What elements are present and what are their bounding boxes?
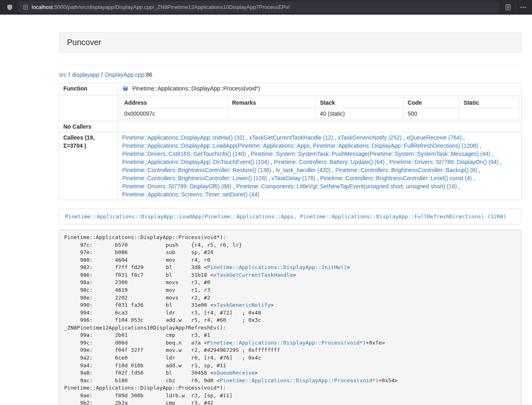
callees-row: Callees (19, Σ=3704 ) Pinetime::Applicat… <box>59 132 521 200</box>
column-header-code: Code <box>403 97 459 108</box>
callee-link[interactable]: Pinetime::Drivers::St7789::DisplayOn() (… <box>389 159 498 165</box>
callees-label: Callees (19, Σ=3704 ) <box>59 132 118 200</box>
callee-link[interactable]: Pinetime::Controllers::BrightnessControl… <box>122 167 271 173</box>
disasm-symbol-link[interactable]: Pinetime::Applications::DisplayApp::Init… <box>207 264 347 270</box>
no-callers-cell <box>118 121 521 132</box>
callee-link[interactable]: Pinetime::Applications::DisplayApp::OnTo… <box>122 159 269 165</box>
method-icon <box>122 85 129 94</box>
selected-symbol-link[interactable]: Pinetime::Applications::DisplayApp::Load… <box>65 213 506 220</box>
callee-separator: , <box>402 134 407 141</box>
callee-link[interactable]: Pinetime::Applications::DisplayApp::Load… <box>122 142 478 149</box>
page-info-icon[interactable] <box>23 4 28 10</box>
breadcrumb-link[interactable]: src <box>59 71 67 78</box>
disasm-symbol-link[interactable]: Pinetime::Applications::DisplayApp::Proc… <box>220 377 379 383</box>
disasm-symbol-link[interactable]: xQueueReceive <box>213 370 255 376</box>
section-divider <box>59 65 521 65</box>
url-text: localhost:5000/path/src/displayapp/Displ… <box>32 4 290 10</box>
callee-separator: , <box>490 151 493 157</box>
url-path: :5000/path/src/displayapp/DisplayApp.cpp… <box>53 4 290 10</box>
breadcrumb-separator: / <box>101 71 103 78</box>
callee-separator: , <box>385 159 390 165</box>
function-table: Function Pinetime::Applications::Display… <box>59 83 521 200</box>
column-header-address: Address <box>120 97 228 108</box>
callee-link[interactable]: vTaskDelay (176) <box>271 175 315 181</box>
callee-separator: , <box>472 175 475 181</box>
callee-link[interactable]: xTaskGetCurrentTaskHandle (12) <box>249 134 333 141</box>
metrics-row: Address Remarks Stack Code Static 0x0000… <box>59 95 521 121</box>
callee-separator: , <box>267 175 271 181</box>
disasm-symbol-link[interactable]: xTaskGetCurrentTaskHandle <box>213 272 293 278</box>
remarks-value <box>228 108 315 119</box>
metrics-cell: Address Remarks Stack Code Static 0x0000… <box>118 95 521 121</box>
breadcrumb-line-number: :86 <box>144 71 152 78</box>
selected-symbol-panel: Pinetime::Applications::DisplayApp::Load… <box>59 209 521 224</box>
callee-separator: , <box>315 175 320 181</box>
callee-link[interactable]: Pinetime::Controllers::BrightnessControl… <box>320 175 472 181</box>
metrics-table: Address Remarks Stack Code Static 0x0000… <box>120 97 519 119</box>
function-row: Function Pinetime::Applications::Display… <box>59 83 521 95</box>
callee-link[interactable]: lv_task_handler (420) <box>276 167 331 173</box>
callee-link[interactable]: Pinetime::System::SystemTask::PushMessag… <box>251 151 491 157</box>
callee-separator: , <box>461 134 465 141</box>
callee-link[interactable]: Pinetime::Drivers::Cst816S::GetTouchInfo… <box>122 151 246 157</box>
breadcrumb-link[interactable]: displayapp <box>72 71 99 78</box>
toolbar-divider <box>515 4 516 11</box>
callee-link[interactable]: xTaskGenericNotify (252) <box>338 134 401 141</box>
url-host: localhost <box>32 4 53 10</box>
url-bar[interactable]: localhost:5000/path/src/displayapp/Displ… <box>19 2 499 13</box>
callee-link[interactable]: xQueueReceive (764) <box>406 134 461 141</box>
column-header-stack: Stack <box>316 97 403 108</box>
disasm-symbol-link[interactable]: Pinetime::Applications::DisplayApp::Proc… <box>207 340 366 346</box>
address-value: 0x0000097c <box>120 108 228 119</box>
callees-list: Pinetime::Applications::DisplayApp::Init… <box>118 132 521 200</box>
callee-separator: , <box>246 151 251 157</box>
metrics-value-row: 0x0000097c 40 (static) 500 <box>120 108 519 119</box>
callee-link[interactable]: Pinetime::Controllers::BrightnessControl… <box>122 175 267 181</box>
page-title: Puncover <box>67 38 101 47</box>
code-value: 500 <box>403 108 459 119</box>
callee-link[interactable]: Pinetime::Controllers::Battery::Update()… <box>274 159 385 165</box>
shield-icon[interactable] <box>6 4 13 11</box>
page-content: Puncover src/displayapp/DisplayApp.cpp:8… <box>0 15 532 405</box>
callee-link[interactable]: Pinetime::Applications::Screens::Timer::… <box>122 191 259 198</box>
static-value <box>459 108 519 119</box>
more-menu-icon[interactable] <box>520 4 526 11</box>
callee-link[interactable]: Pinetime::Drivers::St7789::DisplayOff() … <box>122 183 231 190</box>
stack-value: 40 (static) <box>316 108 403 119</box>
callee-separator: , <box>331 167 336 173</box>
breadcrumb: src/displayapp/DisplayApp.cpp:86 <box>59 71 521 78</box>
disassembly-block: Pinetime::Applications::DisplayApp::Proc… <box>59 230 521 405</box>
callee-separator: , <box>457 183 460 190</box>
callee-link[interactable]: Pinetime::Components::LittleVgl::SetNewT… <box>236 183 457 190</box>
callee-separator: , <box>244 134 249 141</box>
disasm-symbol-link[interactable]: xTaskGenericNotify <box>213 302 271 308</box>
column-header-remarks: Remarks <box>228 97 315 108</box>
column-header-static: Static <box>459 97 519 108</box>
callee-separator: , <box>271 167 276 173</box>
metrics-header-row: Address Remarks Stack Code Static <box>120 97 519 108</box>
callee-separator: , <box>477 167 480 173</box>
app-title-banner: Puncover <box>59 32 521 53</box>
callee-link[interactable]: Pinetime::Applications::DisplayApp::Init… <box>122 134 244 141</box>
reader-view-icon[interactable] <box>505 4 511 11</box>
no-callers-row: No Callers <box>59 121 521 132</box>
browser-chrome: localhost:5000/path/src/displayapp/Displ… <box>0 0 532 15</box>
function-name-cell: Pinetime::Applications::DisplayApp::Proc… <box>118 83 521 95</box>
function-row-label: Function <box>59 83 118 95</box>
metrics-row-spacer <box>59 95 118 121</box>
callee-separator: , <box>231 183 236 190</box>
callee-separator: , <box>269 159 274 165</box>
callee-link[interactable]: Pinetime::Controllers::BrightnessControl… <box>335 167 477 173</box>
breadcrumb-separator: / <box>69 71 70 78</box>
breadcrumb-link[interactable]: DisplayApp.cpp <box>105 71 144 78</box>
function-name: Pinetime::Applications::DisplayApp::Proc… <box>132 85 260 92</box>
callee-separator: , <box>333 134 338 141</box>
callee-separator: , <box>478 142 481 149</box>
callee-separator: , <box>499 159 502 165</box>
no-callers-label: No Callers <box>59 121 118 132</box>
